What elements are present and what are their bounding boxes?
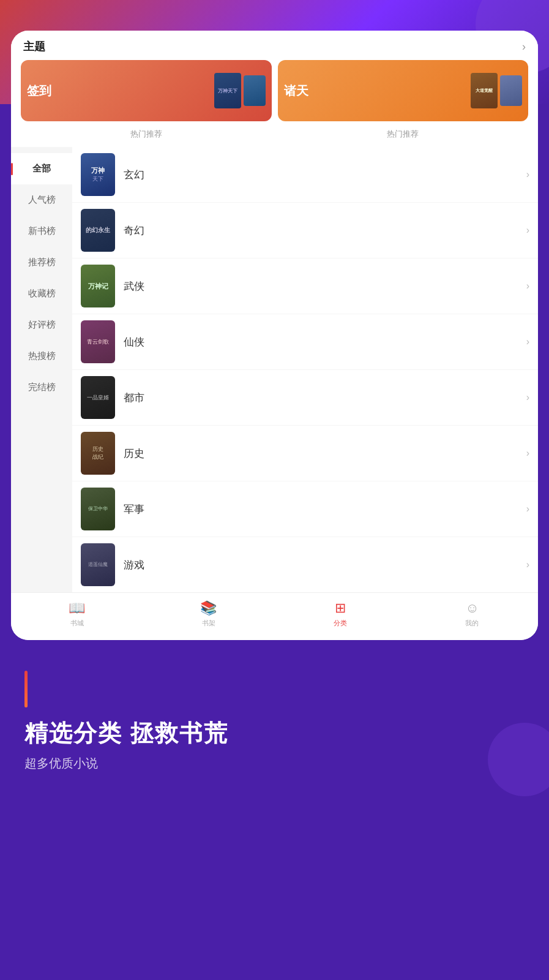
cat-name-qihuan: 奇幻 [124,224,526,238]
book-thumb-signin-1: 万神天下 [214,73,241,108]
promo-title: 精选分类 拯救书荒 [24,720,525,748]
cover-wuxia: 万神记 [81,265,115,307]
book-thumb-signin-2 [244,75,266,106]
cover-youxi: 逍遥仙魔 [81,543,115,586]
banner-section: 主题 › 签到 万神天下 [11,31,538,147]
nav-item-bookstore[interactable]: 📖 书城 [11,600,143,628]
promo-section: 精选分类 拯救书荒 超多优质小说 [0,640,549,809]
sidebar-item-popular[interactable]: 人气榜 [11,184,72,216]
nav-label-bookstore: 书城 [70,619,84,628]
sidebar-item-collect[interactable]: 收藏榜 [11,278,72,309]
banner-zhutian-books: 大道觉醒 [471,73,522,108]
book-thumb-zhutian-2 [500,75,522,106]
cat-arrow-junshi: › [526,503,529,514]
category-row-qihuan[interactable]: 的幻永生 奇幻 › [72,203,538,258]
bookstore-icon: 📖 [69,600,85,616]
promo-accent-bar [24,671,28,707]
category-row-dushi[interactable]: 一品皇婿 都市 › [72,370,538,426]
book-thumb-zhutian-1: 大道觉醒 [471,73,498,108]
hot-rec-zhutian: 热门推荐 [278,126,529,142]
sidebar-item-recommend[interactable]: 推荐榜 [11,247,72,278]
banner-signin[interactable]: 签到 万神天下 [21,60,272,121]
sidebar-item-goodreview[interactable]: 好评榜 [11,309,72,341]
cover-dushi: 一品皇婿 [81,376,115,419]
bottom-nav: 📖 书城 📚 书架 ⊞ 分类 ☺ 我的 [11,592,538,640]
cat-arrow-wuxia: › [526,281,529,292]
mine-icon: ☺ [465,600,479,616]
cat-arrow-lishi: › [526,448,529,459]
hot-rec-row: 热门推荐 热门推荐 [21,126,528,142]
cover-junshi: 保卫中华 [81,488,115,530]
cat-name-wuxia: 武侠 [124,279,526,293]
cat-arrow-xuanhuan: › [526,169,529,180]
topic-header: 主题 › [21,39,528,60]
cat-name-xuanhuan: 玄幻 [124,168,526,182]
category-row-xianxia[interactable]: 青云剑歌 仙侠 › [72,314,538,370]
cat-name-youxi: 游戏 [124,558,526,572]
banner-zhutian[interactable]: 诸天 大道觉醒 [278,60,529,121]
cat-arrow-xianxia: › [526,336,529,347]
category-section: 全部 人气榜 新书榜 推荐榜 收藏榜 好评榜 [11,147,538,592]
nav-item-mine[interactable]: ☺ 我的 [406,600,538,628]
category-row-xuanhuan[interactable]: 万神 天下 玄幻 › [72,147,538,203]
cat-name-dushi: 都市 [124,391,526,405]
banner-signin-label: 签到 [27,83,51,99]
banner-zhutian-label: 诸天 [284,83,308,99]
category-row-lishi[interactable]: 历史战纪 历史 › [72,426,538,481]
sidebar-item-newbook[interactable]: 新书榜 [11,216,72,247]
hot-rec-signin: 热门推荐 [21,126,272,142]
main-card: 主题 › 签到 万神天下 [11,31,538,640]
sidebar-item-all[interactable]: 全部 [11,153,72,184]
topic-arrow[interactable]: › [522,40,526,53]
category-icon: ⊞ [335,600,346,616]
shelf-icon: 📚 [200,600,217,616]
nav-item-shelf[interactable]: 📚 书架 [143,600,274,628]
cat-arrow-youxi: › [526,559,529,570]
categories-list: 万神 天下 玄幻 › 的幻永生 [72,147,538,592]
nav-item-category[interactable]: ⊞ 分类 [275,600,406,628]
sidebar: 全部 人气榜 新书榜 推荐榜 收藏榜 好评榜 [11,147,72,592]
sidebar-item-hotsearch[interactable]: 热搜榜 [11,341,72,372]
nav-label-shelf: 书架 [202,619,215,628]
topic-title: 主题 [23,39,45,54]
cat-name-lishi: 历史 [124,447,526,461]
banners-row: 签到 万神天下 [21,60,528,121]
cover-qihuan: 的幻永生 [81,209,115,252]
cat-arrow-qihuan: › [526,225,529,236]
nav-label-category: 分类 [334,619,347,628]
cat-arrow-dushi: › [526,392,529,403]
app-container: 主题 › 签到 万神天下 [0,0,549,809]
cover-xianxia: 青云剑歌 [81,320,115,363]
cover-lishi: 历史战纪 [81,432,115,475]
cat-name-xianxia: 仙侠 [124,335,526,349]
sidebar-item-finished[interactable]: 完结榜 [11,372,72,403]
banner-signin-books: 万神天下 [214,73,266,108]
category-row-wuxia[interactable]: 万神记 武侠 › [72,258,538,314]
category-row-youxi[interactable]: 逍遥仙魔 游戏 › [72,537,538,592]
promo-subtitle: 超多优质小说 [24,755,525,772]
nav-label-mine: 我的 [465,619,479,628]
category-row-junshi[interactable]: 保卫中华 军事 › [72,481,538,537]
cat-name-junshi: 军事 [124,502,526,516]
cover-xuanhuan: 万神 天下 [81,153,115,196]
